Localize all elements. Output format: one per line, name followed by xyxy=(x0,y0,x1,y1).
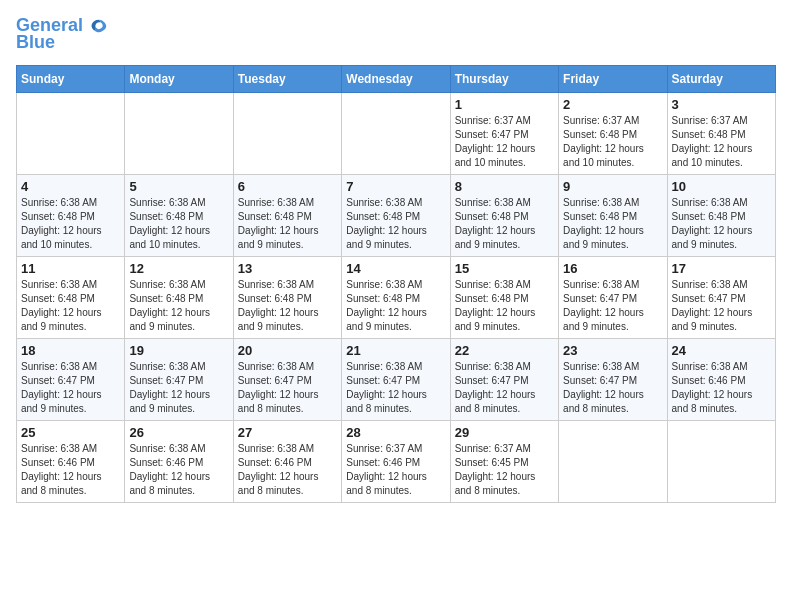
day-info: Sunrise: 6:37 AM Sunset: 6:48 PM Dayligh… xyxy=(672,114,771,170)
day-number: 5 xyxy=(129,179,228,194)
day-number: 20 xyxy=(238,343,337,358)
day-info: Sunrise: 6:38 AM Sunset: 6:47 PM Dayligh… xyxy=(563,278,662,334)
calendar-week-1: 1Sunrise: 6:37 AM Sunset: 6:47 PM Daylig… xyxy=(17,92,776,174)
day-info: Sunrise: 6:38 AM Sunset: 6:46 PM Dayligh… xyxy=(238,442,337,498)
day-info: Sunrise: 6:38 AM Sunset: 6:47 PM Dayligh… xyxy=(238,360,337,416)
calendar-cell xyxy=(559,420,667,502)
day-info: Sunrise: 6:38 AM Sunset: 6:46 PM Dayligh… xyxy=(21,442,120,498)
day-info: Sunrise: 6:38 AM Sunset: 6:48 PM Dayligh… xyxy=(455,278,554,334)
calendar-cell xyxy=(342,92,450,174)
day-number: 11 xyxy=(21,261,120,276)
calendar-cell: 8Sunrise: 6:38 AM Sunset: 6:48 PM Daylig… xyxy=(450,174,558,256)
calendar-cell: 9Sunrise: 6:38 AM Sunset: 6:48 PM Daylig… xyxy=(559,174,667,256)
day-info: Sunrise: 6:38 AM Sunset: 6:47 PM Dayligh… xyxy=(129,360,228,416)
day-number: 15 xyxy=(455,261,554,276)
calendar-cell xyxy=(233,92,341,174)
day-number: 28 xyxy=(346,425,445,440)
calendar-cell: 26Sunrise: 6:38 AM Sunset: 6:46 PM Dayli… xyxy=(125,420,233,502)
calendar-week-3: 11Sunrise: 6:38 AM Sunset: 6:48 PM Dayli… xyxy=(17,256,776,338)
calendar-cell: 29Sunrise: 6:37 AM Sunset: 6:45 PM Dayli… xyxy=(450,420,558,502)
calendar-cell: 21Sunrise: 6:38 AM Sunset: 6:47 PM Dayli… xyxy=(342,338,450,420)
calendar-cell: 4Sunrise: 6:38 AM Sunset: 6:48 PM Daylig… xyxy=(17,174,125,256)
calendar-cell: 12Sunrise: 6:38 AM Sunset: 6:48 PM Dayli… xyxy=(125,256,233,338)
calendar-cell: 18Sunrise: 6:38 AM Sunset: 6:47 PM Dayli… xyxy=(17,338,125,420)
day-info: Sunrise: 6:38 AM Sunset: 6:47 PM Dayligh… xyxy=(563,360,662,416)
day-info: Sunrise: 6:38 AM Sunset: 6:48 PM Dayligh… xyxy=(21,196,120,252)
page-header: General Blue xyxy=(16,16,776,53)
calendar-cell: 3Sunrise: 6:37 AM Sunset: 6:48 PM Daylig… xyxy=(667,92,775,174)
day-info: Sunrise: 6:38 AM Sunset: 6:48 PM Dayligh… xyxy=(21,278,120,334)
day-number: 3 xyxy=(672,97,771,112)
day-info: Sunrise: 6:37 AM Sunset: 6:48 PM Dayligh… xyxy=(563,114,662,170)
day-info: Sunrise: 6:38 AM Sunset: 6:48 PM Dayligh… xyxy=(563,196,662,252)
day-info: Sunrise: 6:38 AM Sunset: 6:48 PM Dayligh… xyxy=(238,278,337,334)
calendar-cell xyxy=(667,420,775,502)
calendar-cell: 24Sunrise: 6:38 AM Sunset: 6:46 PM Dayli… xyxy=(667,338,775,420)
calendar-cell: 22Sunrise: 6:38 AM Sunset: 6:47 PM Dayli… xyxy=(450,338,558,420)
calendar-cell: 14Sunrise: 6:38 AM Sunset: 6:48 PM Dayli… xyxy=(342,256,450,338)
day-number: 17 xyxy=(672,261,771,276)
calendar-cell: 19Sunrise: 6:38 AM Sunset: 6:47 PM Dayli… xyxy=(125,338,233,420)
day-number: 8 xyxy=(455,179,554,194)
calendar-body: 1Sunrise: 6:37 AM Sunset: 6:47 PM Daylig… xyxy=(17,92,776,502)
logo: General Blue xyxy=(16,16,108,53)
calendar-cell: 11Sunrise: 6:38 AM Sunset: 6:48 PM Dayli… xyxy=(17,256,125,338)
calendar-cell xyxy=(125,92,233,174)
calendar-cell xyxy=(17,92,125,174)
day-header-sunday: Sunday xyxy=(17,65,125,92)
day-header-wednesday: Wednesday xyxy=(342,65,450,92)
day-number: 1 xyxy=(455,97,554,112)
day-number: 13 xyxy=(238,261,337,276)
day-info: Sunrise: 6:38 AM Sunset: 6:46 PM Dayligh… xyxy=(672,360,771,416)
day-info: Sunrise: 6:38 AM Sunset: 6:47 PM Dayligh… xyxy=(455,360,554,416)
day-number: 2 xyxy=(563,97,662,112)
calendar-cell: 2Sunrise: 6:37 AM Sunset: 6:48 PM Daylig… xyxy=(559,92,667,174)
day-header-monday: Monday xyxy=(125,65,233,92)
calendar-table: SundayMondayTuesdayWednesdayThursdayFrid… xyxy=(16,65,776,503)
day-number: 26 xyxy=(129,425,228,440)
calendar-cell: 20Sunrise: 6:38 AM Sunset: 6:47 PM Dayli… xyxy=(233,338,341,420)
day-number: 24 xyxy=(672,343,771,358)
calendar-cell: 6Sunrise: 6:38 AM Sunset: 6:48 PM Daylig… xyxy=(233,174,341,256)
calendar-cell: 10Sunrise: 6:38 AM Sunset: 6:48 PM Dayli… xyxy=(667,174,775,256)
day-info: Sunrise: 6:38 AM Sunset: 6:46 PM Dayligh… xyxy=(129,442,228,498)
calendar-cell: 1Sunrise: 6:37 AM Sunset: 6:47 PM Daylig… xyxy=(450,92,558,174)
day-number: 7 xyxy=(346,179,445,194)
day-number: 25 xyxy=(21,425,120,440)
day-info: Sunrise: 6:37 AM Sunset: 6:45 PM Dayligh… xyxy=(455,442,554,498)
day-info: Sunrise: 6:38 AM Sunset: 6:48 PM Dayligh… xyxy=(346,196,445,252)
calendar-cell: 15Sunrise: 6:38 AM Sunset: 6:48 PM Dayli… xyxy=(450,256,558,338)
calendar-cell: 27Sunrise: 6:38 AM Sunset: 6:46 PM Dayli… xyxy=(233,420,341,502)
day-number: 19 xyxy=(129,343,228,358)
day-info: Sunrise: 6:38 AM Sunset: 6:48 PM Dayligh… xyxy=(238,196,337,252)
calendar-cell: 5Sunrise: 6:38 AM Sunset: 6:48 PM Daylig… xyxy=(125,174,233,256)
day-header-saturday: Saturday xyxy=(667,65,775,92)
day-number: 10 xyxy=(672,179,771,194)
calendar-cell: 16Sunrise: 6:38 AM Sunset: 6:47 PM Dayli… xyxy=(559,256,667,338)
calendar-week-2: 4Sunrise: 6:38 AM Sunset: 6:48 PM Daylig… xyxy=(17,174,776,256)
calendar-week-4: 18Sunrise: 6:38 AM Sunset: 6:47 PM Dayli… xyxy=(17,338,776,420)
logo-bird-icon xyxy=(90,17,108,35)
day-info: Sunrise: 6:38 AM Sunset: 6:48 PM Dayligh… xyxy=(129,278,228,334)
header-row: SundayMondayTuesdayWednesdayThursdayFrid… xyxy=(17,65,776,92)
day-info: Sunrise: 6:37 AM Sunset: 6:46 PM Dayligh… xyxy=(346,442,445,498)
calendar-cell: 25Sunrise: 6:38 AM Sunset: 6:46 PM Dayli… xyxy=(17,420,125,502)
day-info: Sunrise: 6:37 AM Sunset: 6:47 PM Dayligh… xyxy=(455,114,554,170)
day-header-tuesday: Tuesday xyxy=(233,65,341,92)
calendar-cell: 28Sunrise: 6:37 AM Sunset: 6:46 PM Dayli… xyxy=(342,420,450,502)
day-header-thursday: Thursday xyxy=(450,65,558,92)
day-info: Sunrise: 6:38 AM Sunset: 6:48 PM Dayligh… xyxy=(455,196,554,252)
day-number: 14 xyxy=(346,261,445,276)
day-number: 23 xyxy=(563,343,662,358)
day-info: Sunrise: 6:38 AM Sunset: 6:48 PM Dayligh… xyxy=(129,196,228,252)
day-header-friday: Friday xyxy=(559,65,667,92)
calendar-cell: 7Sunrise: 6:38 AM Sunset: 6:48 PM Daylig… xyxy=(342,174,450,256)
calendar-header: SundayMondayTuesdayWednesdayThursdayFrid… xyxy=(17,65,776,92)
day-number: 21 xyxy=(346,343,445,358)
calendar-week-5: 25Sunrise: 6:38 AM Sunset: 6:46 PM Dayli… xyxy=(17,420,776,502)
day-number: 18 xyxy=(21,343,120,358)
day-info: Sunrise: 6:38 AM Sunset: 6:48 PM Dayligh… xyxy=(346,278,445,334)
day-info: Sunrise: 6:38 AM Sunset: 6:47 PM Dayligh… xyxy=(21,360,120,416)
day-number: 27 xyxy=(238,425,337,440)
day-number: 6 xyxy=(238,179,337,194)
